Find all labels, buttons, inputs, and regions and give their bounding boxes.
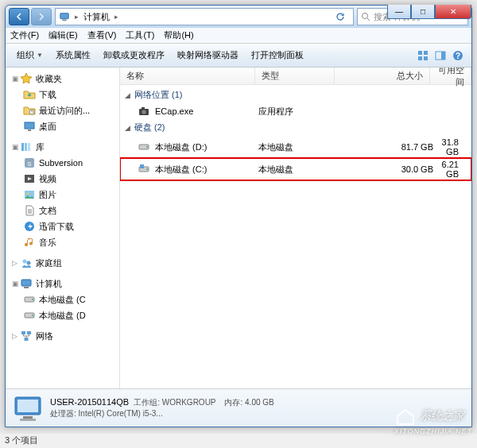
toolbar-uninstall[interactable]: 卸载或更改程序 bbox=[97, 47, 171, 64]
list-item[interactable]: 本地磁盘 (C:)本地磁盘30.0 GB6.21 GB bbox=[120, 158, 471, 180]
item-type: 应用程序 bbox=[258, 106, 338, 118]
svg-point-21 bbox=[27, 193, 29, 195]
list-item[interactable]: 本地磁盘 (D:)本地磁盘81.7 GB31.8 GB bbox=[120, 136, 471, 158]
details-info: USER-20150114QB 工作组: WORKGROUP 内存: 4.00 … bbox=[50, 396, 274, 419]
group-label: 网络位置 (1) bbox=[134, 89, 183, 101]
close-button[interactable]: ✕ bbox=[435, 5, 471, 19]
drive-icon bbox=[138, 141, 150, 153]
svg-text:?: ? bbox=[456, 52, 460, 60]
sidebar-group-star[interactable]: ▣收藏夹 bbox=[6, 71, 119, 87]
chevron-icon: ▣ bbox=[12, 280, 20, 288]
svg-rect-44 bbox=[23, 416, 33, 419]
star-icon bbox=[20, 72, 33, 85]
item-name: 本地磁盘 (D:) bbox=[155, 141, 258, 153]
sidebar-item-label: 本地磁盘 (D bbox=[39, 310, 86, 322]
svg-point-30 bbox=[32, 315, 33, 316]
toolbar-map-drive[interactable]: 映射网络驱动器 bbox=[171, 47, 245, 64]
explorer-window: — □ ✕ ▸ 计算机 ▸ 搜索 计算机 文件(F) 编辑(E) bbox=[5, 5, 472, 427]
svg-rect-0 bbox=[60, 14, 69, 19]
sidebar-item[interactable]: 本地磁盘 (C bbox=[6, 292, 119, 307]
toolbar-properties[interactable]: 系统属性 bbox=[49, 47, 97, 64]
chevron-icon: ▷ bbox=[12, 332, 20, 340]
svg-rect-40 bbox=[140, 164, 144, 168]
sidebar-item[interactable]: 视频 bbox=[6, 171, 119, 187]
menu-help[interactable]: 帮助(H) bbox=[164, 29, 193, 41]
chevron-down-icon: ▼ bbox=[37, 52, 43, 59]
preview-pane-button[interactable] bbox=[432, 47, 449, 64]
menu-file[interactable]: 文件(F) bbox=[10, 29, 39, 41]
pictures-icon bbox=[23, 188, 36, 201]
sidebar-item[interactable]: 文档 bbox=[6, 203, 119, 218]
column-free[interactable]: 可用空间 bbox=[430, 68, 471, 84]
toolbar-organize[interactable]: 组织▼ bbox=[10, 47, 49, 64]
sidebar-item-label: 音乐 bbox=[39, 237, 56, 249]
sidebar-item-label: 最近访问的... bbox=[39, 105, 90, 117]
sidebar-item-label: 视频 bbox=[39, 173, 56, 185]
sidebar-item[interactable]: 迅雷下载 bbox=[6, 218, 119, 234]
sidebar-item-label: 文档 bbox=[39, 205, 56, 217]
svg-rect-16 bbox=[28, 143, 30, 151]
sidebar-group-label: 收藏夹 bbox=[36, 73, 62, 85]
forward-button[interactable] bbox=[31, 8, 52, 25]
svg-rect-3 bbox=[418, 51, 422, 55]
homegroup-icon bbox=[20, 257, 33, 269]
view-mode-button[interactable] bbox=[414, 47, 432, 64]
sidebar-item[interactable]: 音乐 bbox=[6, 234, 119, 250]
toolbar-control-panel[interactable]: 打开控制面板 bbox=[245, 47, 310, 64]
sidebar-group-library[interactable]: ▣库 bbox=[6, 139, 119, 155]
menu-bar: 文件(F) 编辑(E) 查看(V) 工具(T) 帮助(H) bbox=[6, 28, 471, 44]
sidebar-item-label: 下载 bbox=[39, 89, 56, 101]
address-bar[interactable]: ▸ 计算机 ▸ bbox=[55, 8, 354, 25]
item-free: 31.8 GB bbox=[433, 137, 471, 156]
svg-rect-45 bbox=[20, 419, 36, 421]
svg-text:S: S bbox=[27, 160, 31, 168]
column-headers: 名称 类型 总大小 可用空间 bbox=[120, 68, 471, 85]
svg-rect-33 bbox=[25, 338, 29, 341]
svg-rect-15 bbox=[25, 143, 27, 151]
desktop-icon bbox=[23, 120, 36, 133]
sidebar-item[interactable]: 下载 bbox=[6, 87, 119, 102]
svg-rect-14 bbox=[21, 143, 24, 151]
item-type: 本地磁盘 bbox=[258, 164, 338, 176]
menu-edit[interactable]: 编辑(E) bbox=[48, 29, 78, 41]
view-icon bbox=[417, 50, 429, 61]
content-group-header[interactable]: ◢网络位置 (1) bbox=[120, 87, 471, 103]
list-item[interactable]: ECap.exe应用程序 bbox=[120, 103, 471, 119]
refresh-icon bbox=[335, 12, 345, 21]
column-size[interactable]: 总大小 bbox=[335, 68, 430, 84]
svg-point-28 bbox=[32, 299, 33, 300]
chevron-icon: ▷ bbox=[12, 259, 20, 267]
svg-rect-8 bbox=[441, 52, 445, 60]
refresh-button[interactable] bbox=[335, 12, 350, 21]
pane-icon bbox=[435, 50, 446, 61]
drive-win-icon bbox=[138, 163, 150, 176]
sidebar-item[interactable]: SSubversion bbox=[6, 155, 119, 171]
column-type[interactable]: 类型 bbox=[255, 68, 335, 84]
column-name[interactable]: 名称 bbox=[120, 68, 255, 84]
svg-rect-1 bbox=[62, 20, 66, 21]
file-list: ◢网络位置 (1)ECap.exe应用程序◢硬盘 (2)本地磁盘 (D:)本地磁… bbox=[120, 85, 471, 388]
sidebar-item[interactable]: 最近访问的... bbox=[6, 102, 119, 118]
collapse-icon: ◢ bbox=[125, 91, 134, 99]
minimize-button[interactable]: — bbox=[387, 5, 411, 19]
menu-view[interactable]: 查看(V) bbox=[87, 29, 117, 41]
sidebar-item[interactable]: 桌面 bbox=[6, 118, 119, 134]
sidebar-group-homegroup[interactable]: ▷家庭组 bbox=[6, 255, 119, 271]
sidebar-item[interactable]: 图片 bbox=[6, 187, 119, 203]
svn-icon: S bbox=[23, 156, 36, 169]
back-button[interactable] bbox=[9, 8, 29, 25]
breadcrumb-item[interactable]: 计算机 bbox=[80, 11, 113, 23]
svg-rect-26 bbox=[24, 287, 29, 288]
maximize-button[interactable]: □ bbox=[411, 5, 435, 19]
sidebar-group-network[interactable]: ▷网络 bbox=[6, 328, 119, 344]
arrow-right-icon bbox=[37, 13, 45, 21]
help-button[interactable]: ? bbox=[449, 47, 467, 64]
library-icon bbox=[20, 141, 33, 153]
sidebar-group-computer[interactable]: ▣计算机 bbox=[6, 276, 119, 292]
music-icon bbox=[23, 236, 36, 249]
menu-tools[interactable]: 工具(T) bbox=[126, 29, 154, 41]
sidebar-item[interactable]: 本地磁盘 (D bbox=[6, 307, 119, 323]
collapse-icon: ◢ bbox=[125, 124, 134, 132]
content-group-header[interactable]: ◢硬盘 (2) bbox=[120, 119, 471, 136]
content-area: 名称 类型 总大小 可用空间 ◢网络位置 (1)ECap.exe应用程序◢硬盘 … bbox=[120, 68, 471, 388]
